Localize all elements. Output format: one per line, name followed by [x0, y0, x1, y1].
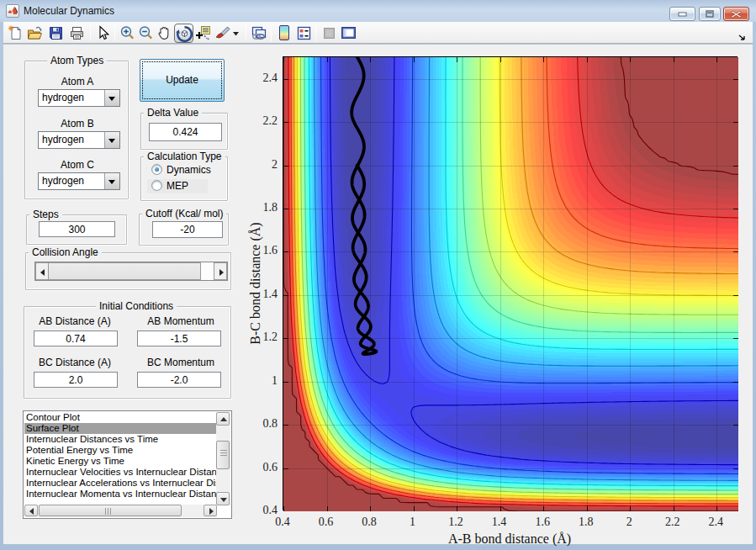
ab-momentum-input[interactable]	[137, 331, 221, 346]
plot-list-item[interactable]: Kinetic Energy vs Time	[24, 456, 217, 467]
toolbar-save-figure-button[interactable]	[47, 24, 65, 42]
plot-list-item[interactable]: Internuclear Accelerations vs Internucle…	[24, 478, 217, 489]
atom-a-dropdown-button[interactable]	[104, 90, 119, 106]
toolbar-zoom-out-button[interactable]	[137, 24, 155, 42]
delta-value-input[interactable]	[149, 123, 222, 141]
minimize-button[interactable]	[669, 7, 695, 21]
cutoff-input[interactable]	[152, 221, 223, 238]
scroll-up-button[interactable]	[216, 412, 230, 426]
x-tick-label: 1.6	[535, 516, 550, 529]
arrow-up-icon	[220, 417, 227, 421]
arrow-down-icon	[220, 498, 227, 502]
pan-icon	[156, 24, 173, 42]
insert-legend-icon	[295, 24, 313, 42]
slider-thumb[interactable]	[48, 262, 201, 280]
close-button[interactable]	[723, 7, 749, 21]
atom-types-panel: Atom Types Atom A hydrogen Atom B hydrog…	[24, 61, 129, 199]
maximize-button[interactable]	[699, 7, 721, 21]
toolbar-print-figure-button[interactable]	[68, 24, 86, 42]
y-tick-label: 1.6	[263, 244, 278, 257]
matlab-logo-icon	[6, 4, 19, 18]
thumb-grip	[220, 452, 227, 453]
window-title: Molecular Dynamics	[24, 5, 114, 17]
toolbar-rotate-3d-button[interactable]	[174, 24, 193, 43]
plot-axes[interactable]	[283, 56, 737, 510]
chevron-down-icon	[231, 24, 241, 42]
toolbar-open-file-button[interactable]	[26, 24, 44, 42]
horizontal-scroll-thumb[interactable]	[39, 505, 182, 516]
brush-dropdown-button[interactable]	[231, 24, 241, 42]
mep-radio[interactable]	[151, 180, 162, 191]
chevron-down-icon	[108, 97, 115, 101]
atom-b-dropdown-button[interactable]	[104, 132, 119, 148]
plot-type-listbox[interactable]: Contour PlotSurface PlotInternuclear Dis…	[23, 410, 232, 519]
y-tick-label: 1.2	[263, 331, 278, 344]
atom-c-value: hydrogen	[42, 175, 84, 187]
plot-list-item[interactable]: Internuclear Momenta vs Internuclear Dis…	[24, 489, 217, 500]
dynamics-radio[interactable]	[151, 164, 162, 175]
toolbar-overflow-arrow-icon[interactable]	[737, 31, 748, 41]
open-file-icon	[26, 24, 44, 42]
scroll-left-button[interactable]	[24, 505, 38, 516]
ab-momentum-label: AB Momentum	[139, 315, 223, 327]
bc-distance-label: BC Distance (A)	[33, 357, 117, 368]
chevron-down-icon	[108, 180, 115, 184]
update-button[interactable]: Update	[140, 59, 225, 102]
steps-panel: Steps	[26, 214, 127, 245]
chevron-down-icon	[108, 139, 115, 143]
slider-left-button[interactable]	[35, 262, 49, 280]
plot-list-item[interactable]: Internuclear Distances vs Time	[24, 434, 217, 445]
plot-list-item-selected[interactable]: Surface Plot	[24, 423, 217, 434]
steps-input[interactable]	[39, 221, 115, 237]
bc-distance-input[interactable]	[34, 372, 118, 388]
toolbar-link-plot-button[interactable]	[250, 24, 267, 42]
ab-distance-input[interactable]	[34, 331, 118, 346]
atom-a-value: hydrogen	[42, 92, 84, 103]
toolbar-hide-plot-tools-button[interactable]	[320, 24, 338, 42]
minimize-icon	[670, 8, 695, 20]
atom-types-panel-title: Atom Types	[47, 55, 107, 66]
toolbar-zoom-in-button[interactable]	[119, 24, 136, 42]
x-tick-label: 1	[410, 516, 415, 529]
contour-plot-canvas[interactable]	[283, 57, 738, 511]
initial-conditions-panel: Initial Conditions AB Distance (A) AB Mo…	[24, 306, 231, 399]
toolbar-show-plot-tools-button[interactable]	[340, 24, 357, 42]
arrow-right-icon	[209, 508, 214, 515]
slider-right-button[interactable]	[214, 262, 227, 280]
scroll-down-button[interactable]	[216, 492, 230, 505]
vertical-scroll-thumb[interactable]	[216, 441, 230, 469]
scroll-right-button[interactable]	[204, 505, 217, 516]
zoom-in-icon	[119, 24, 136, 42]
plot-list-item[interactable]: Contour Plot	[24, 412, 217, 423]
matlab-logo	[7, 5, 19, 17]
cutoff-panel-title: Cutoff (Kcal/ mol)	[142, 208, 226, 219]
listbox-horizontal-scrollbar[interactable]	[24, 505, 217, 517]
plot-list-item[interactable]: Potential Energy vs Time	[24, 445, 217, 456]
delta-value-panel-title: Delta Value	[144, 107, 202, 119]
toolbar-insert-legend-button[interactable]	[295, 24, 313, 42]
figure-content: Atom Types Atom A hydrogen Atom B hydrog…	[3, 45, 753, 544]
toolbar-brush-button[interactable]	[213, 24, 230, 42]
listbox-vertical-scrollbar[interactable]	[216, 412, 230, 505]
hide-plot-tools-icon	[320, 24, 338, 42]
toolbar-new-figure-button[interactable]	[7, 24, 24, 42]
y-tick-label: 0.4	[263, 504, 278, 517]
atom-a-select[interactable]: hydrogen	[38, 89, 120, 107]
initial-conditions-panel-title: Initial Conditions	[96, 300, 177, 312]
collision-angle-panel-title: Collision Angle	[29, 246, 102, 258]
atom-c-dropdown-button[interactable]	[104, 173, 119, 189]
toolbar-pan-button[interactable]	[156, 24, 173, 42]
atom-c-select[interactable]: hydrogen	[38, 172, 120, 190]
bc-momentum-label: BC Momentum	[139, 357, 223, 368]
collision-angle-slider[interactable]	[34, 262, 228, 281]
new-figure-icon	[7, 24, 24, 42]
toolbar-data-cursor-button[interactable]	[194, 24, 212, 42]
toolbar-edit-plot-button[interactable]	[94, 24, 112, 42]
plot-list-item[interactable]: Internuclear Velocities vs Internuclear …	[24, 467, 217, 478]
atom-b-select[interactable]: hydrogen	[38, 131, 120, 149]
y-tick-label: 2.2	[263, 114, 278, 128]
toolbar-insert-colorbar-button[interactable]	[276, 24, 293, 42]
y-axis-label: B-C bond distance (Å)	[248, 222, 263, 344]
title-bar: Molecular Dynamics	[0, 0, 756, 22]
bc-momentum-input[interactable]	[137, 372, 221, 388]
